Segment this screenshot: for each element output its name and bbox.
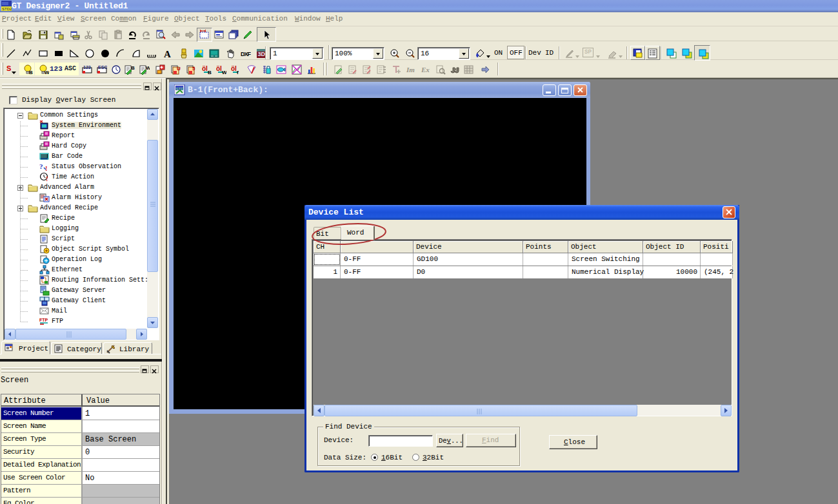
svg-text:STD2: STD2 (2, 7, 12, 11)
svg-text:B: B (131, 65, 135, 71)
svg-text:3D: 3D (258, 51, 266, 57)
svg-text:W: W (45, 70, 49, 75)
svg-text:123: 123 (83, 65, 91, 70)
svg-text:!: ! (46, 175, 48, 182)
svg-text:W: W (146, 65, 150, 71)
svg-text:U: U (177, 66, 181, 72)
svg-text:Im: Im (406, 66, 415, 73)
svg-text:!: ! (45, 164, 48, 172)
svg-text:Ex: Ex (421, 66, 430, 73)
svg-text:W: W (222, 70, 226, 75)
svg-text:FTP: FTP (39, 318, 48, 322)
svg-text:f: f (237, 70, 239, 75)
svg-text:öl: öl (231, 65, 237, 72)
svg-text:öl: öl (216, 65, 222, 72)
svg-text:ESC: ESC (98, 65, 107, 70)
svg-text:A: A (164, 49, 171, 59)
svg-text:B: B (29, 70, 33, 75)
svg-text:?: ? (39, 162, 43, 170)
svg-text:öl: öl (202, 65, 208, 72)
svg-text:B: B (208, 70, 212, 75)
svg-text:DXF: DXF (241, 51, 251, 57)
svg-text:5: 5 (192, 66, 195, 72)
